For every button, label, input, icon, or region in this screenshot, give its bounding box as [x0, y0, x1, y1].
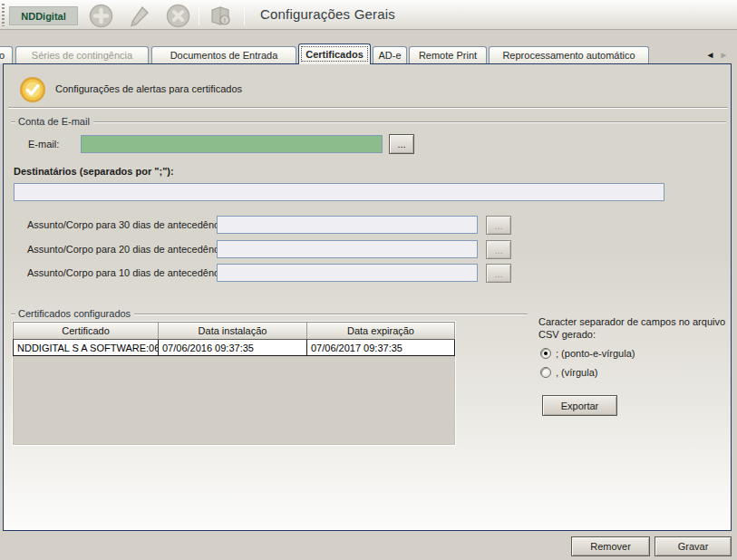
table-row[interactable]: NDDIGITAL S A SOFTWARE:062 07/06/2016 09…	[13, 340, 455, 356]
email-group-header: Conta de E-mail	[11, 117, 726, 128]
toolbar-grip[interactable]	[2, 4, 5, 26]
radio-comma-label: , (vírgula)	[556, 367, 597, 378]
nddigital-button[interactable]: NDDigital	[9, 6, 78, 25]
recipients-field[interactable]	[14, 183, 664, 201]
tab-scroll-right-icon: ►	[718, 49, 730, 61]
subject-10-browse-button: ...	[486, 264, 511, 283]
subject-30-field[interactable]	[217, 216, 478, 234]
subject-30-browse-button: ...	[486, 216, 511, 235]
remove-button[interactable]: Remover	[571, 536, 650, 556]
export-button[interactable]: Exportar	[542, 395, 617, 416]
subject-30-label: Assunto/Corpo para 30 dias de antecedênc…	[27, 219, 213, 230]
email-field[interactable]	[81, 135, 383, 153]
radio-semicolon-icon[interactable]	[540, 348, 551, 359]
radio-semicolon[interactable]: ; (ponto-e-vírgula)	[540, 348, 635, 359]
document-icon[interactable]: i	[207, 4, 234, 28]
radio-semicolon-label: ; (ponto-e-vírgula)	[556, 348, 635, 359]
banner-divider	[8, 107, 728, 109]
tab-reprocessamento-automatico[interactable]: Reprocessamento automático	[489, 46, 649, 63]
certificates-group-header: Certificados configurados	[11, 309, 528, 320]
radio-comma-icon[interactable]	[540, 367, 551, 378]
tab-remote-print[interactable]: Remote Print	[409, 46, 487, 63]
email-group-title: Conta de E-mail	[15, 116, 93, 127]
email-browse-button[interactable]: ...	[389, 134, 414, 154]
column-header-data-instalacao[interactable]: Data instalação	[159, 322, 307, 339]
tab-series-de-contingencia[interactable]: Séries de contingência	[15, 46, 149, 63]
subject-10-label: Assunto/Corpo para 10 dias de antecedênc…	[27, 267, 213, 278]
subject-20-browse-button: ...	[486, 240, 511, 259]
add-icon[interactable]	[87, 4, 114, 28]
tab-ad-e[interactable]: AD-e	[373, 46, 407, 63]
svg-text:i: i	[224, 16, 226, 24]
email-label: E-mail:	[28, 139, 59, 150]
table-header-row: Certificado Data instalação Data expiraç…	[13, 322, 455, 340]
save-button[interactable]: Gravar	[655, 536, 732, 556]
recipients-label: Destinatários (separados por ";"):	[14, 166, 174, 177]
toolbar-separator	[199, 5, 199, 25]
subject-20-field[interactable]	[217, 240, 478, 258]
column-header-data-expiracao[interactable]: Data expiração	[307, 322, 455, 339]
cancel-icon[interactable]	[164, 4, 191, 28]
certificados-tab-page: Configurações de alertas para certificad…	[3, 63, 732, 531]
certificates-group-title: Certificados configurados	[15, 308, 134, 319]
cell-data-expiracao: 07/06/2017 09:37:35	[307, 340, 455, 355]
edit-icon[interactable]	[125, 4, 152, 28]
tab-certificados[interactable]: Certificados	[298, 43, 371, 64]
toolbar: NDDigital i Configurações Gerais	[0, 0, 737, 30]
toolbar-separator	[244, 5, 245, 25]
tab-documentos-de-entrada[interactable]: Documentos de Entrada	[151, 46, 296, 63]
configuracoes-gerais-window: { "toolbar": { "brand": "NDDigital", "ti…	[0, 0, 737, 560]
medal-check-icon	[18, 75, 47, 106]
page-title: Configurações Gerais	[260, 6, 395, 22]
tab-partial[interactable]: o	[0, 46, 13, 63]
cell-certificado: NDDIGITAL S A SOFTWARE:062	[13, 340, 159, 355]
banner-text: Configurações de alertas para certificad…	[55, 83, 242, 94]
cell-data-instalacao: 07/06/2016 09:37:35	[159, 340, 307, 355]
tab-bar: o Séries de contingência Documentos de E…	[0, 43, 737, 64]
csv-separator-caption: Caracter separador de campos no arquivo …	[538, 315, 732, 341]
column-header-certificado[interactable]: Certificado	[13, 322, 159, 339]
tab-scroll-left-icon[interactable]: ◄	[704, 49, 716, 61]
certificates-table[interactable]: Certificado Data instalação Data expiraç…	[12, 321, 456, 446]
subject-20-label: Assunto/Corpo para 20 dias de antecedênc…	[27, 244, 213, 255]
radio-comma[interactable]: , (vírgula)	[540, 367, 597, 378]
subject-10-field[interactable]	[217, 264, 478, 282]
